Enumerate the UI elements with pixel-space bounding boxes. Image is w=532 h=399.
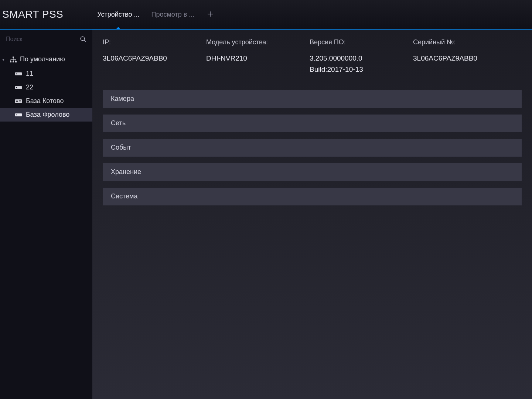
svg-point-2: [81, 37, 85, 41]
org-icon: [10, 57, 17, 62]
add-tab-button[interactable]: [202, 9, 219, 20]
topbar: SMART PSS Устройство ... Просмотр в ...: [0, 0, 532, 30]
svg-rect-5: [10, 61, 11, 62]
content-area: IP: 3L06AC6PAZ9ABB0 Модель устройства: D…: [92, 30, 532, 399]
plus-icon: [207, 11, 214, 17]
section-camera[interactable]: Камера: [103, 90, 522, 108]
info-serial-value: 3L06AC6PAZ9ABB0: [413, 53, 494, 64]
tree-item-frolovo[interactable]: База Фролово: [0, 108, 92, 122]
info-sw-label: Версия ПО:: [310, 38, 391, 46]
tree-group-default[interactable]: ▾ По ум: [0, 52, 92, 67]
dvr-icon: [15, 98, 22, 104]
tree-group-label: По умолчанию: [20, 55, 65, 63]
info-serial-label: Серийный №:: [413, 38, 494, 46]
nvr-icon: [15, 85, 22, 91]
svg-rect-20: [19, 102, 21, 102]
tree-item-11[interactable]: 11: [0, 67, 92, 81]
svg-rect-13: [15, 72, 22, 75]
section-system[interactable]: Система: [103, 188, 522, 205]
tree-item-label: База Фролово: [26, 111, 69, 119]
tree-item-label: 22: [26, 83, 33, 91]
tree-item-label: 11: [26, 70, 33, 78]
tree-item-22[interactable]: 22: [0, 81, 92, 94]
tab-preview[interactable]: Просмотр в ...: [147, 0, 199, 29]
chevron-down-icon: ▾: [2, 57, 7, 62]
info-model-value: DHI-NVR210: [206, 53, 287, 64]
section-event[interactable]: Событ: [103, 139, 522, 157]
svg-point-16: [16, 87, 17, 88]
settings-accordion: Камера Сеть Событ Хранение Система: [103, 90, 522, 205]
svg-point-22: [16, 114, 17, 115]
info-serial: Серийный №: 3L06AC6PAZ9ABB0: [413, 38, 494, 75]
tree-item-label: База Котово: [26, 97, 64, 105]
tree-item-kotovo[interactable]: База Котово: [0, 94, 92, 108]
svg-rect-4: [13, 57, 14, 58]
info-model: Модель устройства: DHI-NVR210: [206, 38, 287, 75]
tab-strip: Устройство ... Просмотр в ...: [93, 0, 219, 29]
search-icon[interactable]: [80, 35, 86, 43]
info-model-label: Модель устройства:: [206, 38, 287, 46]
device-info-panel: IP: 3L06AC6PAZ9ABB0 Модель устройства: D…: [103, 38, 522, 75]
info-ip-value: 3L06AC6PAZ9ABB0: [103, 53, 184, 64]
svg-rect-6: [13, 61, 14, 62]
svg-line-3: [84, 40, 86, 42]
nvr-icon: [15, 112, 22, 118]
info-software: Версия ПО: 3.205.0000000.0 Build:2017-10…: [310, 38, 391, 75]
svg-rect-19: [19, 100, 21, 101]
section-storage[interactable]: Хранение: [103, 163, 522, 181]
svg-rect-17: [15, 99, 22, 103]
svg-point-14: [16, 73, 17, 74]
svg-point-18: [16, 100, 18, 102]
sidebar: ▾ По ум: [0, 30, 92, 399]
nvr-icon: [15, 71, 22, 77]
info-ip: IP: 3L06AC6PAZ9ABB0: [103, 38, 184, 75]
svg-rect-21: [15, 113, 22, 116]
search-row: [0, 30, 92, 49]
info-ip-label: IP:: [103, 38, 184, 46]
search-input[interactable]: [6, 36, 80, 42]
svg-rect-7: [15, 61, 17, 62]
svg-rect-15: [15, 86, 22, 89]
info-sw-value: 3.205.0000000.0 Build:2017-10-13: [310, 53, 391, 75]
app-title: SMART PSS: [2, 8, 63, 20]
device-tree: ▾ По ум: [0, 49, 92, 122]
section-network[interactable]: Сеть: [103, 115, 522, 132]
tab-device[interactable]: Устройство ...: [93, 0, 144, 29]
